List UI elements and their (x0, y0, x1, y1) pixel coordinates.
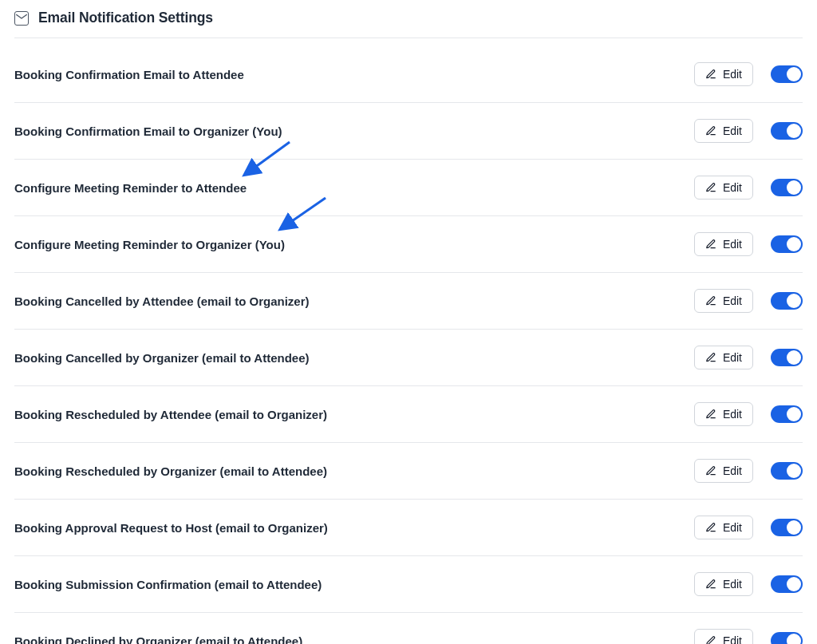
edit-label: Edit (723, 351, 742, 364)
edit-button[interactable]: Edit (694, 119, 753, 143)
toggle-switch[interactable] (771, 405, 803, 423)
toggle-knob (787, 180, 801, 195)
setting-label: Configure Meeting Reminder to Organizer … (14, 238, 285, 251)
setting-row: Booking Rescheduled by Organizer (email … (14, 443, 803, 500)
edit-label: Edit (723, 124, 742, 137)
edit-button[interactable]: Edit (694, 346, 753, 369)
pencil-icon (705, 69, 716, 80)
pencil-icon (705, 239, 716, 250)
setting-row: Configure Meeting Reminder to Organizer … (14, 216, 803, 273)
page-header: Email Notification Settings (14, 6, 803, 38)
edit-label: Edit (723, 294, 742, 307)
setting-label: Booking Declined by Organizer (email to … (14, 634, 302, 645)
toggle-switch[interactable] (771, 179, 803, 196)
page-title: Email Notification Settings (38, 10, 213, 26)
setting-label: Booking Confirmation Email to Organizer … (14, 124, 282, 138)
pencil-icon (705, 409, 716, 420)
edit-button[interactable]: Edit (694, 176, 753, 200)
setting-controls: Edit (694, 459, 803, 483)
setting-label: Booking Cancelled by Organizer (email to… (14, 351, 310, 365)
pencil-icon (705, 465, 716, 476)
setting-label: Configure Meeting Reminder to Attendee (14, 181, 247, 195)
setting-controls: Edit (694, 119, 803, 143)
toggle-knob (787, 350, 801, 365)
setting-label: Booking Submission Confirmation (email t… (14, 578, 322, 591)
toggle-switch[interactable] (771, 122, 803, 140)
toggle-knob (787, 520, 801, 535)
edit-button[interactable]: Edit (694, 402, 753, 426)
setting-label: Booking Rescheduled by Attendee (email t… (14, 408, 327, 421)
setting-row: Booking Cancelled by Attendee (email to … (14, 273, 803, 330)
toggle-knob (787, 464, 801, 478)
setting-controls: Edit (694, 232, 803, 256)
mail-icon (14, 11, 29, 26)
edit-button[interactable]: Edit (694, 62, 753, 86)
edit-button[interactable]: Edit (694, 572, 753, 596)
setting-label: Booking Cancelled by Attendee (email to … (14, 294, 310, 308)
edit-button[interactable]: Edit (694, 289, 753, 313)
setting-row: Booking Declined by Organizer (email to … (14, 613, 803, 644)
setting-row: Booking Rescheduled by Attendee (email t… (14, 386, 803, 443)
settings-list: Booking Confirmation Email to Attendee E… (14, 38, 803, 644)
setting-controls: Edit (694, 572, 803, 596)
pencil-icon (705, 125, 716, 136)
setting-controls: Edit (694, 402, 803, 426)
pencil-icon (705, 579, 716, 590)
edit-button[interactable]: Edit (694, 232, 753, 256)
pencil-icon (705, 295, 716, 306)
edit-label: Edit (723, 408, 742, 421)
toggle-knob (787, 237, 801, 251)
toggle-switch[interactable] (771, 575, 803, 593)
edit-label: Edit (723, 464, 742, 477)
toggle-knob (787, 294, 801, 308)
pencil-icon (705, 635, 716, 644)
edit-label: Edit (723, 521, 742, 534)
setting-row: Configure Meeting Reminder to Attendee E… (14, 160, 803, 216)
edit-label: Edit (723, 238, 742, 251)
toggle-switch[interactable] (771, 65, 803, 83)
edit-button[interactable]: Edit (694, 459, 753, 483)
edit-label: Edit (723, 578, 742, 591)
toggle-knob (787, 634, 801, 644)
setting-label: Booking Rescheduled by Organizer (email … (14, 464, 327, 478)
toggle-switch[interactable] (771, 292, 803, 310)
setting-label: Booking Approval Request to Host (email … (14, 521, 328, 535)
setting-controls: Edit (694, 176, 803, 200)
edit-button[interactable]: Edit (694, 629, 753, 644)
toggle-switch[interactable] (771, 632, 803, 644)
toggle-knob (787, 67, 801, 81)
toggle-switch[interactable] (771, 235, 803, 253)
edit-label: Edit (723, 181, 742, 194)
setting-controls: Edit (694, 346, 803, 369)
setting-label: Booking Confirmation Email to Attendee (14, 68, 244, 81)
toggle-switch[interactable] (771, 519, 803, 536)
setting-row: Booking Approval Request to Host (email … (14, 500, 803, 556)
edit-button[interactable]: Edit (694, 516, 753, 539)
toggle-knob (787, 577, 801, 591)
pencil-icon (705, 522, 716, 533)
pencil-icon (705, 182, 716, 193)
edit-label: Edit (723, 634, 742, 644)
pencil-icon (705, 352, 716, 363)
setting-controls: Edit (694, 629, 803, 644)
toggle-knob (787, 124, 801, 138)
edit-label: Edit (723, 68, 742, 81)
setting-row: Booking Confirmation Email to Attendee E… (14, 38, 803, 103)
setting-row: Booking Submission Confirmation (email t… (14, 556, 803, 613)
setting-controls: Edit (694, 62, 803, 86)
setting-row: Booking Confirmation Email to Organizer … (14, 103, 803, 160)
toggle-switch[interactable] (771, 349, 803, 366)
setting-row: Booking Cancelled by Organizer (email to… (14, 330, 803, 386)
setting-controls: Edit (694, 516, 803, 539)
setting-controls: Edit (694, 289, 803, 313)
toggle-switch[interactable] (771, 462, 803, 480)
toggle-knob (787, 407, 801, 421)
